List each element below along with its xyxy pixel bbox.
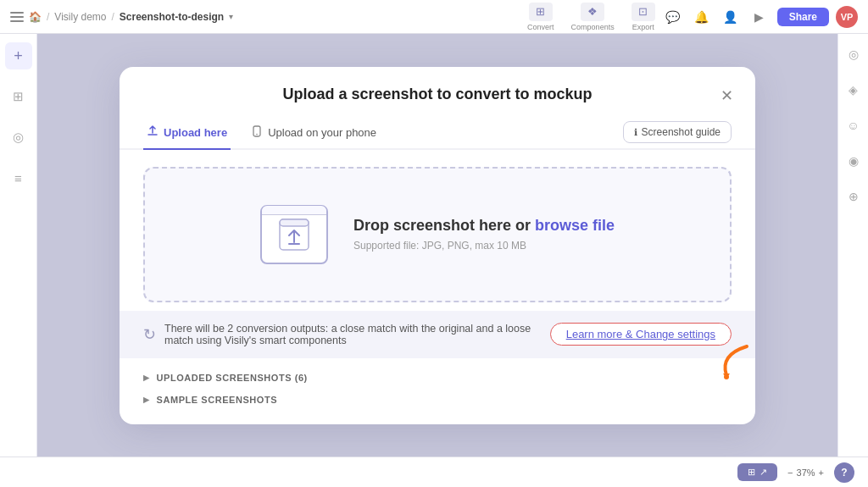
drop-zone-text: Drop screenshot here or browse file Supp…: [353, 217, 615, 252]
comment-icon[interactable]: 💬: [662, 6, 684, 28]
tab-upload-phone-label: Upload on your phone: [268, 126, 376, 139]
tab-upload-phone[interactable]: Upload on your phone: [248, 117, 380, 150]
play-icon[interactable]: ▶: [748, 6, 771, 28]
sidebar-circle-icon[interactable]: ◎: [5, 124, 32, 151]
svg-point-1: [256, 133, 258, 135]
right-sidebar-face-icon[interactable]: ☺: [842, 113, 865, 137]
collapsible-uploaded-label: UPLOADED SCREENSHOTS (6): [157, 373, 308, 383]
phone-tab-icon: [251, 125, 263, 140]
left-sidebar: + ⊞ ◎ ≡: [0, 34, 37, 457]
breadcrumb-home[interactable]: Visily demo: [54, 11, 106, 23]
app-body: + ⊞ ◎ ≡ Upload a screenshot to convert t…: [0, 34, 868, 457]
tab-upload-here-label: Upload here: [164, 126, 227, 139]
top-bar-center: ⊞ Convert ❖ Components ⊡ Export: [527, 3, 655, 31]
top-bar-left: 🏠 / Visily demo / Screenshot-to-design ▾: [10, 11, 520, 23]
bottom-bar-action-button[interactable]: ⊞ ↗: [737, 463, 777, 481]
home-icon: 🏠: [29, 11, 42, 23]
upload-modal: Upload a screenshot to convert to mockup…: [120, 67, 755, 424]
toolbar-export[interactable]: ⊡ Export: [632, 3, 655, 31]
svg-rect-3: [280, 219, 309, 226]
collapsible-sample[interactable]: ▶ SAMPLE SCREENSHOTS: [143, 389, 732, 411]
hamburger-menu-icon[interactable]: [10, 12, 24, 22]
components-icon: ❖: [581, 3, 604, 21]
drop-sub-text: Supported file: JPG, PNG, max 10 MB: [353, 240, 615, 252]
breadcrumb-separator: /: [47, 11, 49, 23]
collapsibles: ▶ UPLOADED SCREENSHOTS (6) ▶ SAMPLE SCRE…: [120, 358, 755, 424]
breadcrumb-separator-2: /: [111, 11, 114, 23]
collapsible-sample-label: SAMPLE SCREENSHOTS: [157, 395, 278, 405]
right-sidebar-cursor-icon[interactable]: ◎: [842, 42, 865, 66]
zoom-control[interactable]: − 37% +: [787, 468, 824, 478]
screenshot-guide-button[interactable]: ℹ Screenshot guide: [623, 121, 732, 143]
info-icon: ℹ: [634, 127, 637, 138]
zoom-in-icon[interactable]: +: [819, 468, 824, 478]
right-sidebar-plus-icon[interactable]: ⊕: [842, 185, 865, 208]
top-bar-right: 💬 🔔 👤 ▶ Share VP: [662, 6, 858, 28]
sidebar-add-icon[interactable]: +: [5, 42, 32, 69]
bottom-bar-share-icon: ↗: [760, 467, 767, 478]
refresh-icon: ↺: [143, 325, 156, 344]
app-background: 🏠 / Visily demo / Screenshot-to-design ▾…: [0, 0, 868, 487]
modal-overlay: Upload a screenshot to convert to mockup…: [37, 34, 837, 457]
info-text: There will be 2 conversion outputs: a cl…: [164, 323, 542, 346]
chevron-down-icon: ▾: [229, 12, 233, 21]
collapse-arrow-uploaded: ▶: [143, 374, 150, 382]
bottom-bar-icon: ⊞: [748, 467, 755, 478]
info-bar: ↺ There will be 2 conversion outputs: a …: [120, 311, 755, 358]
zoom-level: 37%: [797, 468, 815, 478]
export-icon: ⊡: [632, 3, 655, 21]
right-sidebar-diamond-icon[interactable]: ◈: [842, 78, 865, 102]
user-add-icon[interactable]: 👤: [720, 6, 742, 28]
help-button[interactable]: ?: [834, 462, 854, 483]
toolbar-components[interactable]: ❖ Components: [571, 3, 615, 31]
sidebar-grid-icon[interactable]: ⊞: [5, 83, 32, 110]
modal-title: Upload a screenshot to convert to mockup: [143, 86, 732, 103]
avatar[interactable]: VP: [836, 6, 858, 28]
canvas-area: Upload a screenshot to convert to mockup…: [37, 34, 837, 457]
top-bar: 🏠 / Visily demo / Screenshot-to-design ▾…: [0, 0, 868, 34]
right-sidebar: ◎ ◈ ☺ ◉ ⊕: [837, 34, 868, 457]
tab-row: Upload here Upload on your phone: [120, 117, 755, 150]
modal-body: Drop screenshot here or browse file Supp…: [120, 150, 755, 311]
right-sidebar-circle-icon[interactable]: ◉: [842, 149, 865, 173]
drop-zone-icon: [260, 205, 328, 264]
close-button[interactable]: ✕: [715, 84, 738, 108]
learn-more-button[interactable]: Learn more & Change settings: [550, 323, 732, 346]
browse-file-link[interactable]: browse file: [535, 217, 615, 234]
bottom-bar: ⊞ ↗ − 37% + ?: [0, 457, 868, 487]
upload-tab-icon: [147, 125, 159, 140]
notification-icon[interactable]: 🔔: [691, 6, 713, 28]
breadcrumb-page[interactable]: Screenshot-to-design: [120, 11, 224, 23]
convert-icon: ⊞: [529, 3, 553, 21]
zoom-out-icon[interactable]: −: [787, 468, 793, 478]
toolbar-convert[interactable]: ⊞ Convert: [527, 3, 554, 31]
collapsible-uploaded[interactable]: ▶ UPLOADED SCREENSHOTS (6): [143, 367, 732, 389]
tab-upload-here[interactable]: Upload here: [143, 117, 231, 150]
sidebar-list-icon[interactable]: ≡: [5, 164, 32, 191]
collapse-arrow-sample: ▶: [143, 396, 150, 404]
share-button[interactable]: Share: [777, 8, 829, 26]
modal-header: Upload a screenshot to convert to mockup…: [120, 67, 755, 103]
screenshot-guide-label: Screenshot guide: [642, 126, 721, 138]
drop-zone[interactable]: Drop screenshot here or browse file Supp…: [143, 167, 732, 302]
drop-main-text: Drop screenshot here or browse file: [353, 217, 615, 235]
